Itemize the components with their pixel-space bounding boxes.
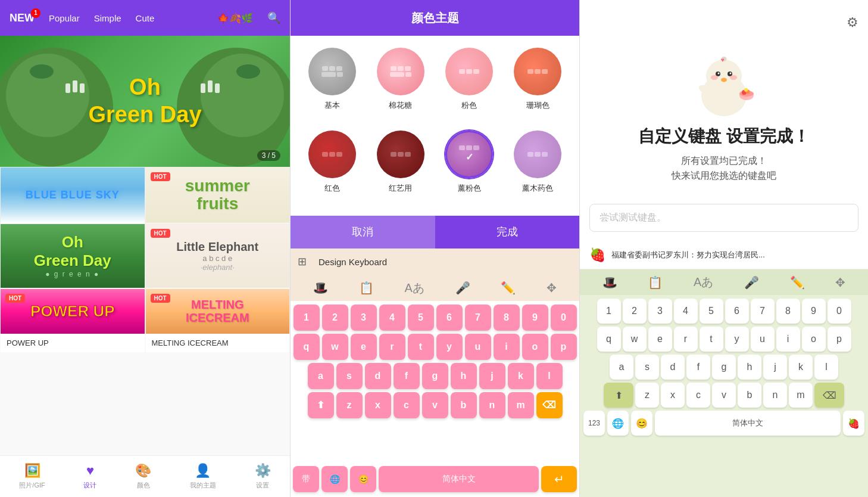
nav-cute[interactable]: Cute	[136, 13, 155, 23]
gkey-k[interactable]: k	[789, 355, 813, 380]
key-3[interactable]: 3	[351, 305, 377, 331]
list-item[interactable]: OhGreen Day ● g r e e n ● Oh Green Day ⬇…	[0, 223, 145, 288]
gkey-d[interactable]: d	[661, 355, 685, 380]
key-z[interactable]: z	[336, 392, 363, 418]
gkey-n[interactable]: n	[763, 383, 787, 408]
keyboard-move-icon[interactable]: ✥	[547, 281, 557, 295]
theme-item-pink[interactable]: 粉色	[440, 48, 499, 121]
green-translate-icon[interactable]: Aあ	[694, 274, 713, 290]
key-l[interactable]: l	[536, 363, 563, 389]
gkey-3[interactable]: 3	[648, 299, 672, 324]
gkey-space[interactable]: 简体中文	[655, 411, 841, 436]
gkey-7[interactable]: 7	[751, 299, 775, 324]
list-item[interactable]: HOT Little Elephant a b c d e ·elephant·…	[145, 223, 291, 288]
key-5[interactable]: 5	[408, 305, 434, 331]
key-x[interactable]: x	[365, 392, 391, 418]
key-f[interactable]: f	[394, 363, 420, 389]
hero-banner[interactable]: Oh Green Day 3 / 5	[0, 36, 290, 167]
gkey-i[interactable]: i	[776, 327, 800, 352]
gkey-e[interactable]: e	[648, 327, 672, 352]
key-8[interactable]: 8	[494, 305, 520, 331]
gkey-h[interactable]: h	[738, 355, 761, 380]
green-mic-icon[interactable]: 🎤	[744, 275, 759, 290]
gkey-y[interactable]: y	[725, 327, 749, 352]
list-item[interactable]: BLUE BLUE SKY Blue Blue Sky ⬇ 69980	[0, 167, 145, 223]
key-shift[interactable]: ⬆	[308, 392, 334, 418]
gkey-r[interactable]: r	[674, 327, 698, 352]
key-2[interactable]: 2	[322, 305, 348, 331]
gkey-q[interactable]: q	[597, 327, 621, 352]
key-y[interactable]: y	[436, 334, 463, 360]
gkey-delete[interactable]: ⌫	[814, 383, 844, 408]
gkey-o[interactable]: o	[802, 327, 826, 352]
key-4[interactable]: 4	[379, 305, 405, 331]
gkey-emoji[interactable]: 😊	[631, 411, 652, 436]
cancel-button[interactable]: 取消	[291, 216, 435, 248]
gear-icon[interactable]: ⚙	[847, 15, 858, 30]
key-q[interactable]: q	[294, 334, 320, 360]
gkey-u[interactable]: u	[751, 327, 775, 352]
green-move-icon[interactable]: ✥	[835, 275, 845, 290]
key-m[interactable]: m	[508, 392, 534, 418]
key-k[interactable]: k	[508, 363, 534, 389]
key-6[interactable]: 6	[436, 305, 463, 331]
nav-new-button[interactable]: NEW 1	[10, 12, 35, 24]
green-pencil-icon[interactable]: ✏️	[790, 275, 805, 290]
sidebar-item-photos[interactable]: 🖼️ 照片/GIF	[19, 463, 45, 490]
nav-popular[interactable]: Popular	[49, 13, 80, 23]
key-i[interactable]: i	[494, 334, 520, 360]
sidebar-item-design[interactable]: ♥ 设计	[83, 463, 96, 490]
gkey-2[interactable]: 2	[623, 299, 647, 324]
gkey-123[interactable]: 123	[583, 411, 605, 436]
sidebar-item-mytheme[interactable]: 👤 我的主题	[190, 463, 216, 490]
sidebar-item-settings[interactable]: ⚙️ 设置	[255, 463, 271, 490]
gkey-l[interactable]: l	[814, 355, 838, 380]
keyboard-hat-icon[interactable]: 🎩	[313, 281, 328, 295]
gkey-5[interactable]: 5	[700, 299, 723, 324]
key-1[interactable]: 1	[294, 305, 320, 331]
nav-simple[interactable]: Simple	[94, 13, 121, 23]
key-delete[interactable]: ⌫	[536, 392, 563, 418]
gkey-shift[interactable]: ⬆	[604, 383, 633, 408]
gkey-p[interactable]: p	[828, 327, 851, 352]
gkey-j[interactable]: j	[763, 355, 787, 380]
key-e[interactable]: e	[351, 334, 377, 360]
gkey-w[interactable]: w	[623, 327, 647, 352]
gkey-a[interactable]: a	[610, 355, 633, 380]
key-d[interactable]: d	[365, 363, 391, 389]
key-p[interactable]: p	[551, 334, 577, 360]
gkey-s[interactable]: s	[635, 355, 659, 380]
gkey-9[interactable]: 9	[802, 299, 826, 324]
gkey-0[interactable]: 0	[828, 299, 851, 324]
done-button[interactable]: 完成	[435, 216, 580, 248]
gkey-t[interactable]: t	[700, 327, 723, 352]
key-g[interactable]: g	[422, 363, 448, 389]
key-j[interactable]: j	[479, 363, 505, 389]
green-memo-icon[interactable]: 📋	[648, 275, 663, 290]
key-emoji[interactable]: 😊	[350, 466, 376, 492]
list-item[interactable]: HOT summerfruits summer fruits ⬇ 54809	[145, 167, 291, 223]
key-c[interactable]: c	[394, 392, 420, 418]
theme-item-lavender[interactable]: 薰木药色	[508, 131, 567, 204]
gkey-b[interactable]: b	[738, 383, 761, 408]
key-w[interactable]: w	[322, 334, 348, 360]
gkey-1[interactable]: 1	[597, 299, 621, 324]
key-h[interactable]: h	[451, 363, 477, 389]
gkey-v[interactable]: v	[712, 383, 736, 408]
gkey-x[interactable]: x	[661, 383, 685, 408]
gkey-8[interactable]: 8	[776, 299, 800, 324]
gkey-f[interactable]: f	[686, 355, 710, 380]
key-0[interactable]: 0	[551, 305, 577, 331]
grid-icon[interactable]: ⊞	[298, 255, 307, 268]
gkey-z[interactable]: z	[635, 383, 659, 408]
key-return[interactable]: ↵	[541, 466, 577, 492]
theme-item-red[interactable]: 红色	[302, 131, 361, 204]
green-hat-icon[interactable]: 🎩	[602, 275, 617, 290]
key-123[interactable]: 带	[293, 466, 319, 492]
gkey-6[interactable]: 6	[725, 299, 749, 324]
list-item[interactable]: HOT POWER UP POWER UP	[0, 288, 145, 334]
key-b[interactable]: b	[451, 392, 477, 418]
search-icon[interactable]: 🔍	[267, 11, 280, 24]
gkey-c[interactable]: c	[686, 383, 710, 408]
gkey-4[interactable]: 4	[674, 299, 698, 324]
